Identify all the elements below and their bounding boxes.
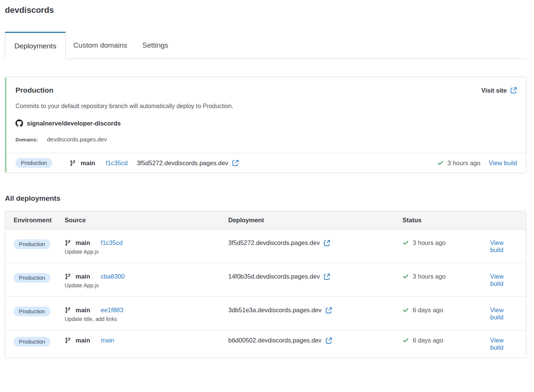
tab-custom-domains[interactable]: Custom domains: [66, 32, 135, 59]
check-icon: [402, 337, 409, 344]
deployment-url: 3f5d5272.devdiscords.pages.dev: [137, 160, 228, 167]
source-group: main f1c35cd: [70, 160, 127, 167]
table-row: Production main f1c35cd Update App.js 3f…: [5, 229, 526, 263]
check-icon: [402, 273, 409, 280]
status-time: 6 days ago: [413, 307, 443, 314]
branch-name: main: [76, 337, 90, 344]
status-cell: 6 days ago: [402, 307, 490, 314]
check-icon: [437, 160, 444, 166]
check-icon: [402, 307, 409, 313]
visit-site-label: Visit site: [481, 87, 507, 94]
source-cell: main f1c35cd Update App.js: [65, 239, 228, 255]
deployment-url: 14f0b35d.devdiscords.pages.dev: [228, 273, 320, 280]
production-description: Commits to your default repository branc…: [15, 103, 517, 110]
pages-project-page: devdiscords Deployments Custom domains S…: [0, 0, 534, 358]
page-title: devdiscords: [5, 5, 526, 15]
check-icon: [402, 240, 409, 246]
view-build-link[interactable]: View build: [490, 273, 518, 287]
table-row: Production main ee1f883 Update title, ad…: [5, 297, 526, 330]
commit-link[interactable]: ee1f883: [101, 307, 124, 314]
domains-label: Domains:: [15, 137, 38, 143]
git-branch-icon: [65, 240, 71, 246]
column-deployment: Deployment: [228, 217, 402, 224]
deployment-cell: b6d00502.devdiscords.pages.dev: [228, 337, 402, 344]
source-cell: main ee1f883 Update title, add links: [65, 307, 228, 322]
deployment-cell: 14f0b35d.devdiscords.pages.dev: [228, 273, 402, 280]
production-card-title: Production: [15, 86, 53, 95]
table-row: Production main main b6d00502.devdiscord…: [5, 330, 526, 358]
tab-custom-domains-label: Custom domains: [73, 41, 127, 50]
environment-badge: Production: [14, 307, 50, 316]
commit-link[interactable]: f1c35cd: [106, 160, 128, 167]
branch-name: main: [80, 160, 95, 167]
domains-value: devdiscords.pages.dev: [47, 136, 107, 143]
branch-name: main: [76, 307, 90, 314]
git-branch-icon: [65, 337, 71, 344]
status-time: 6 days ago: [413, 337, 443, 344]
environment-badge: Production: [14, 239, 50, 249]
deployment-cell: 3f5d5272.devdiscords.pages.dev: [228, 239, 402, 246]
github-icon: [15, 119, 23, 127]
production-card: Production Visit site Commits to your de…: [5, 77, 526, 173]
external-link-icon: [510, 87, 517, 94]
external-link-icon[interactable]: [325, 307, 332, 314]
environment-badge: Production: [14, 337, 50, 347]
tab-settings[interactable]: Settings: [135, 32, 176, 59]
view-build-link[interactable]: View build: [490, 337, 518, 351]
column-source: Source: [65, 217, 228, 224]
deployment-url-group: 3f5d5272.devdiscords.pages.dev: [137, 160, 239, 167]
column-environment: Environment: [14, 217, 65, 224]
commit-link[interactable]: cba8300: [101, 273, 125, 280]
status-cell: 3 hours ago: [402, 239, 490, 246]
git-branch-icon: [70, 160, 76, 166]
repo-row: signalnerve/developer-discords: [15, 119, 517, 127]
deployment-url: b6d00502.devdiscords.pages.dev: [228, 337, 322, 344]
source-cell: main cba8300 Update App.js: [65, 273, 228, 288]
source-cell: main main: [65, 337, 228, 344]
tab-bar: Deployments Custom domains Settings: [5, 32, 526, 59]
view-build-link[interactable]: View build: [490, 307, 518, 321]
deployment-url: 3f5d5272.devdiscords.pages.dev: [228, 239, 320, 246]
git-branch-icon: [65, 273, 71, 280]
status-group: 3 hours ago View build: [437, 160, 517, 167]
status-time: 3 hours ago: [447, 160, 480, 167]
external-link-icon[interactable]: [323, 273, 330, 280]
domains-row: Domains: devdiscords.pages.dev: [15, 136, 517, 143]
environment-badge: Production: [14, 273, 50, 283]
status-time: 3 hours ago: [413, 239, 446, 246]
branch-name: main: [76, 273, 90, 280]
production-deployment-row: Production main f1c35cd 3f5d5272.devdisc…: [6, 153, 526, 173]
commit-link[interactable]: f1c35cd: [101, 239, 123, 246]
deployments-table: Environment Source Deployment Status Pro…: [5, 211, 526, 358]
repo-name: signalnerve/developer-discords: [27, 120, 121, 127]
commit-link[interactable]: main: [101, 337, 115, 344]
visit-site-link[interactable]: Visit site: [481, 87, 517, 94]
deployment-url: 3db51e3a.devdiscords.pages.dev: [228, 307, 322, 314]
status-cell: 6 days ago: [402, 337, 490, 344]
branch-name: main: [76, 239, 90, 246]
tab-settings-label: Settings: [142, 41, 168, 50]
table-header-row: Environment Source Deployment Status: [5, 211, 526, 229]
external-link-icon[interactable]: [325, 337, 332, 344]
status-cell: 3 hours ago: [402, 273, 490, 280]
commit-message: Update App.js: [65, 249, 228, 255]
git-branch-icon: [65, 307, 71, 313]
view-build-link[interactable]: View build: [490, 239, 518, 254]
environment-badge: Production: [15, 158, 52, 168]
all-deployments-title: All deployments: [5, 194, 526, 203]
status-time: 3 hours ago: [413, 273, 446, 280]
deployment-cell: 3db51e3a.devdiscords.pages.dev: [228, 307, 402, 314]
view-build-link[interactable]: View build: [489, 160, 517, 167]
commit-message: Update title, add links: [65, 316, 228, 322]
commit-message: Update App.js: [65, 282, 228, 288]
table-row: Production main cba8300 Update App.js 14…: [5, 263, 526, 297]
external-link-icon[interactable]: [323, 240, 330, 246]
tab-deployments[interactable]: Deployments: [5, 32, 66, 59]
tab-deployments-label: Deployments: [14, 42, 56, 50]
external-link-icon[interactable]: [232, 160, 239, 166]
column-status: Status: [402, 217, 490, 224]
